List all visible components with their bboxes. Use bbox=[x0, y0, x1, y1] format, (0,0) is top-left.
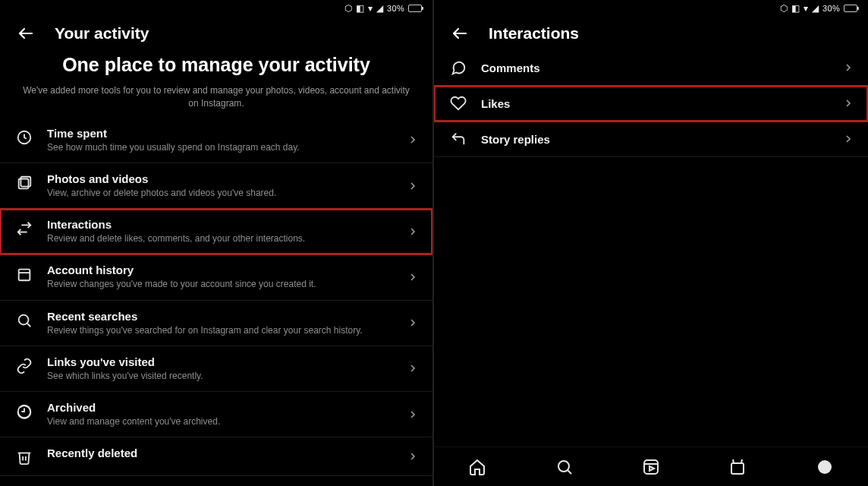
page-title: Your activity bbox=[55, 24, 149, 43]
back-button[interactable] bbox=[17, 24, 35, 43]
shield-icon: ⬡ bbox=[344, 4, 352, 13]
trash-icon bbox=[15, 448, 33, 466]
status-icons: ⬡ ◧ ▾ ◢ 30% bbox=[344, 4, 422, 13]
status-bar: ⬡ ◧ ▾ ◢ 30% bbox=[434, 0, 868, 17]
row-sub: See how much time you usually spend on I… bbox=[47, 141, 393, 153]
back-button[interactable] bbox=[451, 24, 469, 43]
signal-icon: ◢ bbox=[812, 4, 819, 13]
row-title: Interactions bbox=[47, 218, 393, 231]
interactions-icon bbox=[15, 219, 33, 238]
chevron-right-icon bbox=[842, 97, 854, 109]
row-account-history[interactable]: Account history Review changes you've ma… bbox=[0, 254, 432, 300]
bottom-nav bbox=[434, 447, 868, 486]
row-sub: View, archive or delete photos and video… bbox=[47, 187, 393, 199]
battery-icon bbox=[844, 5, 857, 12]
svg-point-12 bbox=[558, 461, 569, 472]
archive-icon bbox=[15, 402, 33, 421]
row-sub: See which links you've visited recently. bbox=[47, 370, 393, 382]
svg-line-9 bbox=[27, 323, 31, 327]
battery-percent: 30% bbox=[822, 4, 840, 13]
status-icons: ⬡ ◧ ▾ ◢ 30% bbox=[780, 4, 857, 13]
interactions-list: Comments Likes bbox=[434, 50, 868, 157]
chevron-right-icon bbox=[407, 409, 419, 421]
chevron-right-icon bbox=[407, 226, 419, 238]
wifi-icon: ▾ bbox=[804, 4, 808, 13]
nav-profile[interactable] bbox=[816, 458, 834, 476]
svg-rect-17 bbox=[731, 463, 744, 474]
row-sub: View and manage content you've archived. bbox=[47, 415, 393, 428]
row-title: Account history bbox=[47, 264, 393, 276]
chevron-right-icon bbox=[842, 62, 854, 74]
hero-subtitle: We've added more tools for you to review… bbox=[23, 84, 410, 110]
row-title: Story replies bbox=[481, 133, 829, 146]
row-title: Comments bbox=[481, 62, 829, 74]
page-title: Interactions bbox=[489, 24, 579, 43]
battery-icon bbox=[408, 5, 422, 12]
row-title: Time spent bbox=[47, 127, 393, 140]
heart-icon bbox=[449, 94, 467, 112]
app-bar: Your activity bbox=[0, 17, 432, 50]
svg-point-18 bbox=[818, 460, 832, 474]
link-icon bbox=[15, 357, 33, 375]
row-story-replies[interactable]: Story replies bbox=[434, 122, 868, 157]
row-title: Recent searches bbox=[47, 310, 393, 323]
nav-home[interactable] bbox=[468, 458, 486, 476]
clock-icon bbox=[15, 128, 33, 147]
nav-reels[interactable] bbox=[642, 458, 660, 476]
row-time-spent[interactable]: Time spent See how much time you usually… bbox=[0, 118, 432, 163]
row-title: Recently deleted bbox=[47, 447, 393, 459]
chevron-right-icon bbox=[407, 450, 419, 462]
row-recent-searches[interactable]: Recent searches Review things you've sea… bbox=[0, 301, 432, 346]
svg-point-8 bbox=[19, 314, 29, 324]
row-interactions[interactable]: Interactions Review and delete likes, co… bbox=[0, 209, 432, 254]
row-title: Archived bbox=[47, 401, 393, 414]
battery-percent: 30% bbox=[387, 4, 404, 13]
chevron-right-icon bbox=[407, 317, 419, 329]
row-title: Photos and videos bbox=[47, 172, 393, 185]
search-icon bbox=[15, 311, 33, 330]
calendar-icon bbox=[15, 265, 33, 283]
chevron-right-icon bbox=[407, 362, 419, 374]
hero: One place to manage your activity We've … bbox=[0, 50, 432, 118]
hero-title: One place to manage your activity bbox=[23, 53, 410, 77]
svg-line-13 bbox=[568, 470, 571, 474]
row-comments[interactable]: Comments bbox=[434, 50, 868, 86]
svg-rect-6 bbox=[19, 270, 30, 281]
svg-marker-16 bbox=[649, 466, 654, 471]
row-sub: Review and delete likes, comments, and y… bbox=[47, 232, 393, 245]
row-sub: Review changes you've made to your accou… bbox=[47, 278, 393, 290]
nav-shop[interactable] bbox=[728, 458, 747, 476]
chevron-right-icon bbox=[407, 271, 419, 283]
status-bar: ⬡ ◧ ▾ ◢ 30% bbox=[0, 0, 432, 17]
wifi-icon: ▾ bbox=[368, 4, 373, 13]
row-archived[interactable]: Archived View and manage content you've … bbox=[0, 392, 432, 437]
signal-icon: ◢ bbox=[376, 4, 383, 13]
row-likes[interactable]: Likes bbox=[434, 86, 868, 122]
comment-icon bbox=[449, 58, 467, 77]
row-sub: Review things you've searched for on Ins… bbox=[47, 324, 393, 336]
nav-search[interactable] bbox=[555, 458, 574, 476]
row-title: Links you've visited bbox=[47, 355, 393, 368]
reply-icon bbox=[449, 130, 467, 148]
row-recently-deleted[interactable]: Recently deleted bbox=[0, 437, 432, 476]
screen-your-activity: ⬡ ◧ ▾ ◢ 30% Your activity One place to m… bbox=[0, 0, 434, 486]
screen-interactions: ⬡ ◧ ▾ ◢ 30% Interactions Comments bbox=[434, 0, 868, 486]
row-links-visited[interactable]: Links you've visited See which links you… bbox=[0, 346, 432, 392]
chevron-right-icon bbox=[407, 180, 419, 192]
app-bar: Interactions bbox=[434, 17, 868, 50]
row-title: Likes bbox=[481, 97, 829, 110]
row-photos-videos[interactable]: Photos and videos View, archive or delet… bbox=[0, 163, 432, 209]
chevron-right-icon bbox=[842, 133, 854, 145]
photos-icon bbox=[15, 174, 33, 192]
nfc-icon: ◧ bbox=[791, 4, 800, 13]
activity-list: Time spent See how much time you usually… bbox=[0, 118, 432, 476]
nfc-icon: ◧ bbox=[356, 4, 364, 13]
chevron-right-icon bbox=[407, 134, 419, 146]
shield-icon: ⬡ bbox=[780, 4, 788, 13]
